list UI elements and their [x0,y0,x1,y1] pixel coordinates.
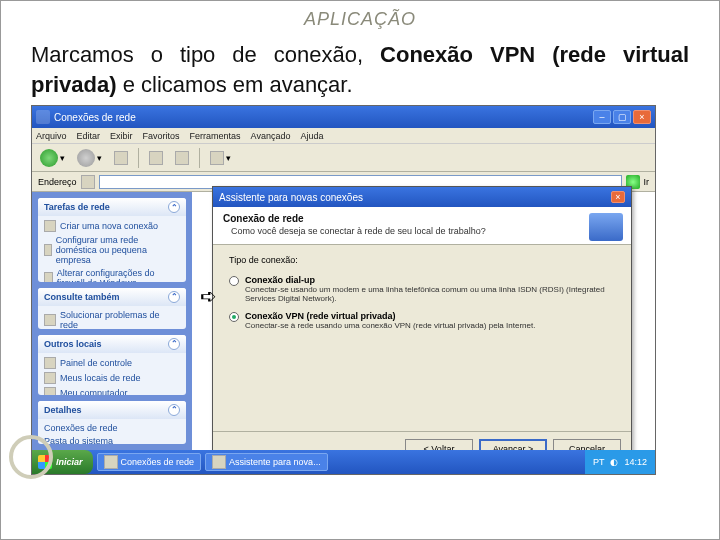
menu-item[interactable]: Ferramentas [190,131,241,141]
address-label: Endereço [38,177,77,187]
slide-title: APLICAÇÃO [1,1,719,36]
screenshot-frame: Conexões de rede – ▢ × Arquivo Editar Ex… [31,105,656,475]
details-line: Pasta do sistema [44,436,180,444]
window-title: Conexões de rede [54,112,136,123]
panel-header[interactable]: Outros locais⌃ [38,335,186,353]
back-icon [40,149,58,167]
collapse-icon: ⌃ [168,338,180,350]
item-icon [44,372,56,384]
forward-button[interactable]: ▾ [73,147,106,169]
search-button[interactable] [145,149,167,167]
views-button[interactable]: ▾ [206,149,235,167]
pointer-arrow-icon: ➪ [200,284,217,308]
panel-see-also: Consulte também⌃ Solucionar problemas de… [38,288,186,329]
window-titlebar: Conexões de rede – ▢ × [32,106,655,128]
radio-dialup[interactable]: Conexão dial-up Conectar-se usando um mo… [229,275,615,303]
dialog-close-button[interactable]: × [611,191,625,203]
panel-other-places: Outros locais⌃ Painel de controle Meus l… [38,335,186,395]
dialog-heading: Conexão de rede [223,213,621,224]
radio-desc: Conectar-se à rede usando uma conexão VP… [245,321,535,330]
menu-item[interactable]: Favoritos [143,131,180,141]
dialog-body: Tipo de conexão: Conexão dial-up Conecta… [213,245,631,340]
dialog-subheading: Como você deseja se conectar à rede de s… [231,226,621,236]
taskbar-task[interactable]: Assistente para nova... [205,453,328,471]
slide-text-suffix: e clicamos em avançar. [117,72,353,97]
group-label: Tipo de conexão: [229,255,615,265]
side-pane: Tarefas de rede⌃ Criar uma nova conexão … [32,192,192,450]
menu-item[interactable]: Editar [77,131,101,141]
item-icon [44,272,53,281]
toolbar: ▾ ▾ ▾ [32,144,655,172]
menu-bar: Arquivo Editar Exibir Favoritos Ferramen… [32,128,655,144]
radio-icon [229,276,239,286]
sidebar-item[interactable]: Alterar configurações do firewall do Win… [44,268,180,281]
search-icon [149,151,163,165]
item-icon [44,387,56,395]
task-icon [104,455,118,469]
panel-header[interactable]: Tarefas de rede⌃ [38,198,186,216]
maximize-button[interactable]: ▢ [613,110,631,124]
panel-header[interactable]: Detalhes⌃ [38,401,186,419]
forward-icon [77,149,95,167]
radio-desc: Conectar-se usando um modem e uma linha … [245,285,615,303]
radio-title: Conexão VPN (rede virtual privada) [245,311,535,321]
radio-icon [229,312,239,322]
taskbar-task[interactable]: Conexões de rede [97,453,202,471]
start-label: Iniciar [56,457,83,467]
item-icon [44,314,56,326]
sidebar-item[interactable]: Configurar uma rede doméstica ou pequena… [44,235,180,265]
radio-vpn[interactable]: Conexão VPN (rede virtual privada) Conec… [229,311,615,330]
minimize-button[interactable]: – [593,110,611,124]
sidebar-item[interactable]: Meu computador [44,387,180,395]
tray-icon[interactable]: ◐ [610,457,618,467]
dialog-header-icon [589,213,623,241]
menu-item[interactable]: Exibir [110,131,133,141]
item-icon [44,220,56,232]
system-tray: PT ◐ 14:12 [585,450,655,474]
go-label: Ir [644,177,650,187]
radio-title: Conexão dial-up [245,275,615,285]
folders-icon [175,151,189,165]
panel-network-tasks: Tarefas de rede⌃ Criar uma nova conexão … [38,198,186,281]
details-line: Conexões de rede [44,423,180,433]
collapse-icon: ⌃ [168,201,180,213]
menu-item[interactable]: Avançado [251,131,291,141]
item-icon [44,357,56,369]
panel-details: Detalhes⌃ Conexões de rede Pasta do sist… [38,401,186,444]
tray-lang[interactable]: PT [593,457,605,467]
folders-button[interactable] [171,149,193,167]
slide-text-prefix: Marcamos o tipo de conexão, [31,42,380,67]
menu-item[interactable]: Ajuda [300,131,323,141]
up-button[interactable] [110,149,132,167]
slide-instruction: Marcamos o tipo de conexão, Conexão VPN … [1,36,719,105]
panel-header[interactable]: Consulte também⌃ [38,288,186,306]
tray-clock: 14:12 [624,457,647,467]
sidebar-item[interactable]: Meus locais de rede [44,372,180,384]
sidebar-item[interactable]: Painel de controle [44,357,180,369]
main-area: Assistente para novas conexões × Conexão… [192,192,655,450]
up-icon [114,151,128,165]
views-icon [210,151,224,165]
sidebar-item[interactable]: Solucionar problemas de rede [44,310,180,329]
menu-item[interactable]: Arquivo [36,131,67,141]
collapse-icon: ⌃ [168,291,180,303]
window-icon [36,110,50,124]
address-icon [81,175,95,189]
item-icon [44,244,52,256]
dialog-header: Conexão de rede Como você deseja se cone… [213,207,631,245]
dialog-titlebar: Assistente para novas conexões × [213,187,631,207]
taskbar: Iniciar Conexões de rede Assistente para… [32,450,655,474]
window-controls: – ▢ × [593,110,651,124]
back-button[interactable]: ▾ [36,147,69,169]
task-icon [212,455,226,469]
slide-decor-circle [9,435,53,479]
close-button[interactable]: × [633,110,651,124]
sidebar-item[interactable]: Criar uma nova conexão [44,220,180,232]
dialog-title: Assistente para novas conexões [219,192,363,203]
collapse-icon: ⌃ [168,404,180,416]
wizard-dialog: Assistente para novas conexões × Conexão… [212,186,632,466]
